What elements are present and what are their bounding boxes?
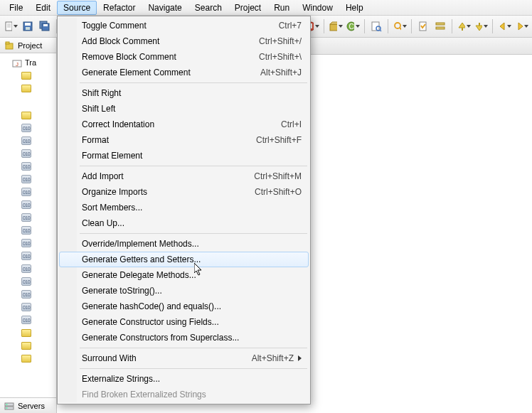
menu-item[interactable]: Generate toString()...: [59, 283, 309, 299]
new-package-button[interactable]: [328, 18, 344, 34]
new-button[interactable]: [3, 18, 18, 34]
menu-help[interactable]: Help: [339, 1, 370, 15]
toggle-mark-button[interactable]: [415, 18, 431, 34]
menu-source[interactable]: Source: [57, 1, 97, 15]
menu-file[interactable]: File: [3, 1, 29, 15]
menu-navigate[interactable]: Navigate: [142, 1, 188, 15]
menu-item-label: Sort Members...: [82, 203, 302, 213]
jar-icon: 010: [21, 213, 31, 222]
tree-item[interactable]: 010: [1, 262, 55, 275]
menu-item[interactable]: Shift Left: [59, 101, 309, 117]
menu-edit[interactable]: Edit: [29, 1, 57, 15]
tree-project-root[interactable]: J Tra: [1, 56, 55, 69]
tree-item[interactable]: 010: [1, 250, 55, 262]
next-annotation-button[interactable]: [456, 18, 472, 34]
menu-separator: [80, 348, 307, 348]
svg-text:J: J: [16, 61, 18, 68]
project-explorer-label: Project: [18, 41, 42, 50]
svg-rect-6: [26, 27, 30, 30]
menu-item[interactable]: Generate hashCode() and equals()...: [59, 299, 309, 314]
tree-item[interactable]: 010: [1, 160, 55, 173]
menu-item[interactable]: Surround WithAlt+Shift+Z: [59, 350, 309, 366]
tree-item[interactable]: 010: [1, 211, 55, 224]
menu-window[interactable]: Window: [296, 1, 339, 15]
new-class-button[interactable]: C: [345, 18, 361, 34]
menu-item[interactable]: Format Element: [59, 148, 309, 163]
source-menu-dropdown: Toggle CommentCtrl+7Add Block CommentCtr…: [57, 16, 311, 404]
back-button[interactable]: [496, 18, 512, 34]
prev-annotation-button[interactable]: [473, 18, 489, 34]
svg-marker-36: [518, 23, 523, 30]
menu-item[interactable]: Organize ImportsCtrl+Shift+O: [59, 184, 309, 200]
menu-item-accelerator: Alt+Shift+J: [260, 68, 302, 77]
menu-item[interactable]: Override/Implement Methods...: [59, 236, 309, 252]
svg-marker-31: [459, 23, 465, 28]
folder-icon: [21, 329, 31, 337]
tree-item[interactable]: 010: [1, 224, 55, 237]
menu-project[interactable]: Project: [228, 1, 267, 15]
tree-item[interactable]: 010: [1, 275, 55, 288]
svg-point-44: [6, 407, 8, 409]
menu-item[interactable]: Generate Constructor using Fields...: [59, 314, 309, 330]
svg-marker-20: [330, 22, 337, 24]
svg-text:C: C: [349, 23, 353, 31]
tree-item[interactable]: [1, 82, 55, 95]
tree-item[interactable]: 010: [1, 313, 55, 326]
menu-item[interactable]: Toggle CommentCtrl+7: [59, 18, 309, 33]
menu-item[interactable]: Add ImportCtrl+Shift+M: [59, 168, 309, 184]
jar-icon: 010: [21, 175, 31, 183]
menu-run[interactable]: Run: [267, 1, 296, 15]
menu-search[interactable]: Search: [188, 1, 228, 15]
menu-item[interactable]: Correct IndentationCtrl+I: [59, 117, 309, 132]
tree-item[interactable]: 010: [1, 288, 55, 301]
tree-item[interactable]: [1, 69, 55, 82]
menu-item-label: Generate toString()...: [82, 286, 302, 296]
tree-item[interactable]: 010: [1, 237, 55, 250]
folder-icon: [21, 342, 31, 350]
menu-item[interactable]: Generate Element CommentAlt+Shift+J: [59, 65, 309, 80]
menu-item[interactable]: Clean Up...: [59, 215, 309, 231]
jar-icon: 010: [21, 149, 31, 158]
menu-item-label: Externalize Strings...: [82, 374, 302, 384]
menu-item[interactable]: FormatCtrl+Shift+F: [59, 132, 309, 148]
save-button[interactable]: [20, 18, 36, 34]
tree-item[interactable]: 010: [1, 134, 55, 147]
tree-item[interactable]: 010: [1, 122, 55, 134]
jar-icon: 010: [21, 226, 31, 235]
menu-item[interactable]: Generate Constructors from Superclass...: [59, 330, 309, 345]
menu-item[interactable]: Sort Members...: [59, 200, 309, 215]
search-button[interactable]: [392, 18, 408, 34]
tree-item[interactable]: [1, 352, 55, 365]
tree-item[interactable]: [1, 339, 55, 352]
folder-icon: [21, 355, 31, 363]
servers-tab[interactable]: Servers: [0, 397, 56, 413]
forward-button[interactable]: [514, 18, 529, 34]
menu-separator: [80, 166, 307, 166]
tree-item[interactable]: 010: [1, 173, 55, 186]
svg-rect-29: [436, 23, 445, 25]
open-type-button[interactable]: [368, 18, 384, 34]
menu-item-label: Organize Imports: [82, 187, 255, 197]
menu-item[interactable]: Generate Getters and Setters...: [59, 252, 309, 267]
menu-item[interactable]: Remove Block CommentCtrl+Shift+\: [59, 49, 309, 65]
toggle-breadcrumb-button[interactable]: [432, 18, 448, 34]
project-explorer-icon: [4, 40, 15, 51]
menu-item[interactable]: Add Block CommentCtrl+Shift+/: [59, 33, 309, 49]
tree-item[interactable]: 010: [1, 186, 55, 198]
toolbar-separator: [388, 19, 388, 33]
project-tree[interactable]: J Tra 010 010 010 010 010 010 010 010 01…: [0, 53, 56, 368]
project-explorer-tab[interactable]: Project: [0, 38, 56, 53]
tree-item[interactable]: 010: [1, 198, 55, 211]
tree-item[interactable]: [1, 109, 55, 122]
tree-item[interactable]: 010: [1, 147, 55, 160]
servers-icon: [4, 400, 15, 412]
toolbar-separator: [324, 19, 324, 33]
tree-item[interactable]: 010: [1, 301, 55, 313]
menu-item[interactable]: Generate Delegate Methods...: [59, 267, 309, 283]
save-all-button[interactable]: [37, 18, 53, 34]
menu-item[interactable]: Shift Right: [59, 85, 309, 101]
tree-item[interactable]: [1, 326, 55, 339]
menu-item[interactable]: Externalize Strings...: [59, 371, 309, 387]
menu-refactor[interactable]: Refactor: [97, 1, 142, 15]
jar-icon: 010: [21, 136, 31, 145]
